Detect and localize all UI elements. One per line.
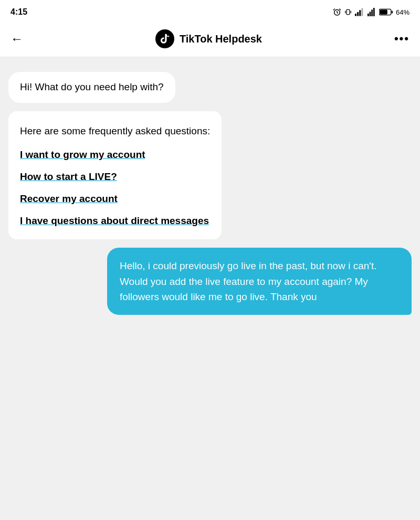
vibrate-icon (344, 8, 352, 16)
svg-rect-6 (359, 10, 361, 16)
bot-greeting-bubble: Hi! What do you need help with? (8, 72, 175, 103)
svg-rect-11 (373, 8, 375, 16)
faq-link-live[interactable]: How to start a LIVE? (20, 171, 117, 183)
wifi-icon (368, 8, 376, 16)
bot-greeting-text: Hi! What do you need help with? (20, 80, 164, 94)
battery-icon (379, 8, 393, 16)
tiktok-logo-icon (159, 33, 171, 45)
faq-link-dm[interactable]: I have questions about direct messages (20, 215, 209, 227)
svg-rect-14 (380, 10, 387, 15)
chat-area: Hi! What do you need help with? Here are… (0, 57, 420, 520)
battery-percentage: 64% (396, 8, 410, 16)
faq-link-recover[interactable]: Recover my account (20, 193, 118, 205)
signal-icon (355, 8, 364, 16)
svg-rect-10 (371, 9, 373, 16)
back-button[interactable]: ← (10, 33, 23, 45)
header-left: ← (10, 33, 23, 45)
faq-intro-text: Here are some frequently asked questions… (20, 124, 210, 139)
alarm-icon (333, 8, 341, 16)
svg-rect-8 (368, 14, 369, 16)
svg-rect-4 (355, 14, 356, 16)
svg-rect-7 (361, 8, 363, 16)
faq-link-grow[interactable]: I want to grow my account (20, 149, 145, 161)
svg-rect-13 (392, 11, 393, 14)
svg-rect-9 (370, 12, 371, 16)
svg-rect-5 (357, 12, 359, 16)
more-options-button[interactable]: ••• (394, 32, 410, 46)
chat-header: ← TikTok Helpdesk ••• (0, 23, 420, 57)
status-time: 4:15 (10, 7, 27, 17)
header-center: TikTok Helpdesk (155, 29, 262, 48)
svg-rect-1 (346, 9, 350, 14)
tiktok-logo (155, 29, 174, 48)
status-bar: 4:15 (0, 0, 420, 23)
user-message-text: Hello, i could previously go live in the… (120, 258, 399, 304)
user-message-bubble: Hello, i could previously go live in the… (107, 248, 412, 315)
chat-title: TikTok Helpdesk (180, 33, 262, 45)
bot-faq-bubble: Here are some frequently asked questions… (8, 111, 222, 240)
status-icons: 64% (333, 8, 410, 16)
